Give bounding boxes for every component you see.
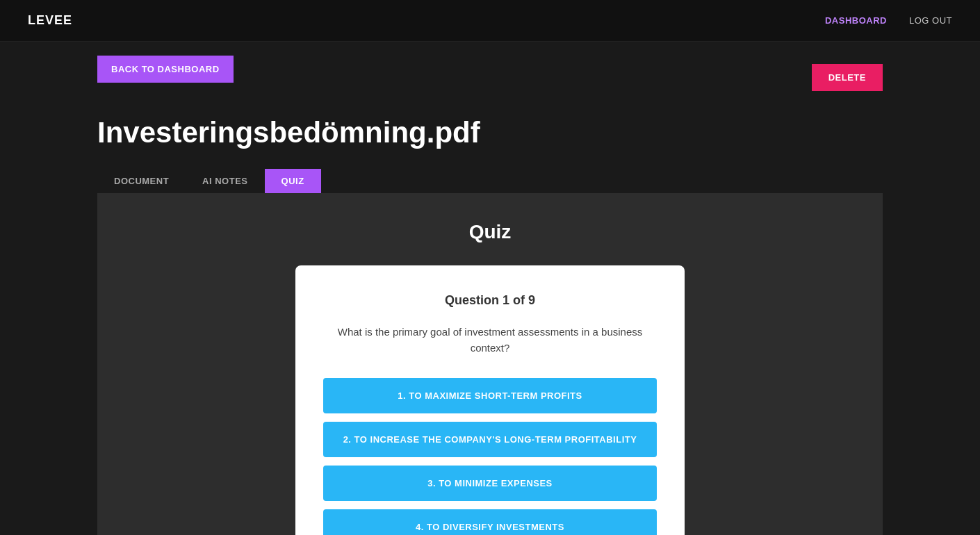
nav-logout-link[interactable]: LOG OUT xyxy=(909,15,952,26)
question-header: Question 1 of 9 xyxy=(323,293,657,308)
tab-quiz[interactable]: QUIZ xyxy=(265,169,321,193)
answer-2-button[interactable]: 2. TO INCREASE THE COMPANY'S LONG-TERM P… xyxy=(323,422,657,457)
answer-1-button[interactable]: 1. TO MAXIMIZE SHORT-TERM PROFITS xyxy=(323,378,657,413)
tab-document[interactable]: DOCUMENT xyxy=(97,169,186,193)
quiz-container: Quiz Question 1 of 9 What is the primary… xyxy=(97,193,883,535)
nav-dashboard-link[interactable]: DASHBOARD xyxy=(825,15,887,26)
top-actions: BACK TO DASHBOARD DELETE xyxy=(97,56,883,99)
brand-logo: LEVEE xyxy=(28,13,72,28)
tabs-bar: DOCUMENT AI NOTES QUIZ xyxy=(97,169,883,193)
answer-4-button[interactable]: 4. TO DIVERSIFY INVESTMENTS xyxy=(323,509,657,535)
answer-3-button[interactable]: 3. TO MINIMIZE EXPENSES xyxy=(323,466,657,501)
tab-ai-notes[interactable]: AI NOTES xyxy=(186,169,264,193)
question-text: What is the primary goal of investment a… xyxy=(323,324,657,356)
delete-button[interactable]: DELETE xyxy=(812,64,883,91)
page-title: Investeringsbedömning.pdf xyxy=(97,116,883,149)
nav-links: DASHBOARD LOG OUT xyxy=(825,15,952,26)
answer-options: 1. TO MAXIMIZE SHORT-TERM PROFITS 2. TO … xyxy=(323,378,657,535)
back-to-dashboard-button[interactable]: BACK TO DASHBOARD xyxy=(97,56,234,83)
quiz-title: Quiz xyxy=(125,221,855,243)
question-card: Question 1 of 9 What is the primary goal… xyxy=(295,265,685,535)
navbar: LEVEE DASHBOARD LOG OUT xyxy=(0,0,980,42)
main-content: BACK TO DASHBOARD DELETE Investeringsbed… xyxy=(97,42,883,535)
